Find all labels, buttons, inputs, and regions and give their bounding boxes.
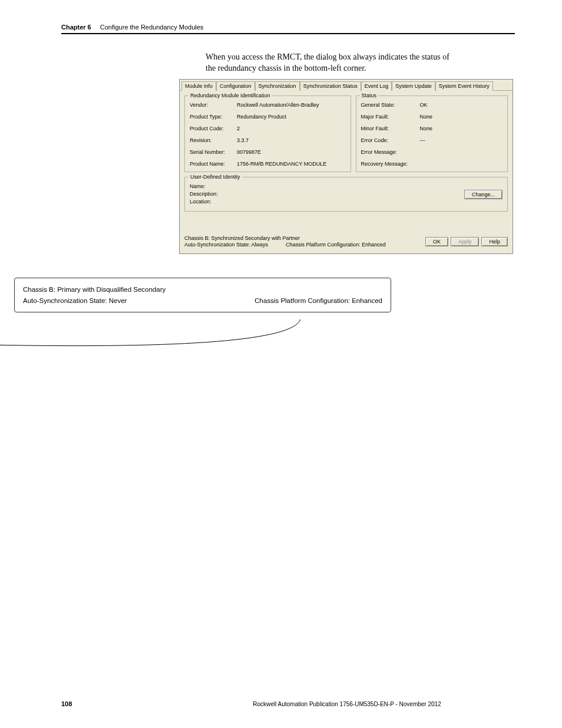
page-footer: 108 Rockwell Automation Publication 1756…	[61, 700, 515, 707]
user-identity-legend: User-Defined Identity	[189, 174, 242, 180]
identification-legend: Redundancy Module Identification	[189, 93, 272, 98]
tab-synchronization-status[interactable]: Synchronization Status	[300, 81, 361, 91]
error-message-value	[420, 149, 503, 155]
callout-line1: Chassis B: Primary with Disqualified Sec…	[23, 284, 382, 295]
general-state-label: General State:	[361, 102, 420, 108]
header-rule	[61, 33, 515, 34]
rmct-dialog: Module Info Configuration Synchronizatio…	[179, 79, 513, 254]
bottom-status-line1: Chassis B: Synchronized Secondary with P…	[184, 235, 423, 242]
identity-description-label: Description:	[190, 191, 218, 197]
tab-synchronization[interactable]: Synchronization	[255, 81, 300, 91]
user-identity-groupbox: User-Defined Identity Name: Description:…	[184, 177, 508, 212]
dialog-bottom-row: Chassis B: Synchronized Secondary with P…	[184, 235, 508, 249]
chapter-number: Chapter 6	[61, 24, 91, 31]
help-button[interactable]: Help	[481, 237, 508, 246]
revision-label: Revision:	[190, 137, 237, 143]
intro-paragraph: When you access the RMCT, the dialog box…	[206, 52, 453, 74]
error-code-label: Error Code:	[361, 137, 420, 143]
callout-connector	[0, 312, 377, 371]
tab-event-log[interactable]: Event Log	[361, 81, 392, 91]
status-legend: Status	[360, 93, 379, 98]
serial-value: 0079987E	[237, 149, 346, 155]
product-code-value: 2	[237, 126, 346, 131]
tab-system-update[interactable]: System Update	[392, 81, 435, 91]
tab-bar: Module Info Configuration Synchronizatio…	[180, 80, 513, 91]
ok-button[interactable]: OK	[425, 237, 448, 246]
major-fault-label: Major Fault:	[361, 114, 420, 120]
vendor-label: Vendor:	[190, 102, 237, 108]
vendor-value: Rockwell Automation/Allen-Bradley	[237, 102, 346, 108]
identity-name-label: Name:	[190, 183, 218, 189]
identity-location-label: Location:	[190, 199, 218, 205]
error-code-value: ---	[420, 137, 503, 143]
callout-platform: Chassis Platform Configuration: Enhanced	[254, 295, 382, 306]
page-header: Chapter 6 Configure the Redundancy Modul…	[61, 24, 515, 31]
minor-fault-label: Minor Fault:	[361, 126, 420, 131]
apply-button[interactable]: Apply	[451, 237, 480, 246]
error-message-label: Error Message:	[361, 149, 420, 155]
publication-info: Rockwell Automation Publication 1756-UM5…	[179, 701, 515, 707]
recovery-message-label: Recovery Message:	[361, 161, 420, 167]
callout-autosync: Auto-Synchronization State: Never	[23, 295, 127, 306]
major-fault-value: None	[420, 114, 503, 120]
bottom-status-autosync: Auto-Synchronization State: Always	[184, 242, 268, 249]
recovery-message-value	[420, 161, 503, 167]
product-type-label: Product Type:	[190, 114, 237, 120]
product-name-label: Product Name:	[190, 161, 237, 167]
product-name-value: 1756-RM/B REDUNDANCY MODULE	[237, 161, 346, 167]
product-type-value: Redundancy Product	[237, 114, 346, 120]
serial-label: Serial Number:	[190, 149, 237, 155]
tab-system-event-history[interactable]: System Event History	[435, 81, 493, 91]
general-state-value: OK	[420, 102, 503, 108]
change-button[interactable]: Change...	[464, 190, 503, 199]
minor-fault-value: None	[420, 126, 503, 131]
bottom-status-platform: Chassis Platform Configuration: Enhanced	[286, 242, 386, 249]
page-number: 108	[61, 700, 179, 707]
dialog-bottom-status: Chassis B: Synchronized Secondary with P…	[184, 235, 423, 249]
identification-groupbox: Redundancy Module Identification Vendor:…	[184, 95, 351, 172]
product-code-label: Product Code:	[190, 126, 237, 131]
status-groupbox: Status General State: OK Major Fault: No…	[356, 95, 508, 172]
dialog-body: Redundancy Module Identification Vendor:…	[180, 91, 513, 253]
status-callout: Chassis B: Primary with Disqualified Sec…	[14, 278, 391, 312]
tab-configuration[interactable]: Configuration	[216, 81, 255, 91]
chapter-title: Configure the Redundancy Modules	[100, 24, 204, 31]
tab-module-info[interactable]: Module Info	[181, 81, 216, 91]
revision-value: 3.3.7	[237, 137, 346, 143]
